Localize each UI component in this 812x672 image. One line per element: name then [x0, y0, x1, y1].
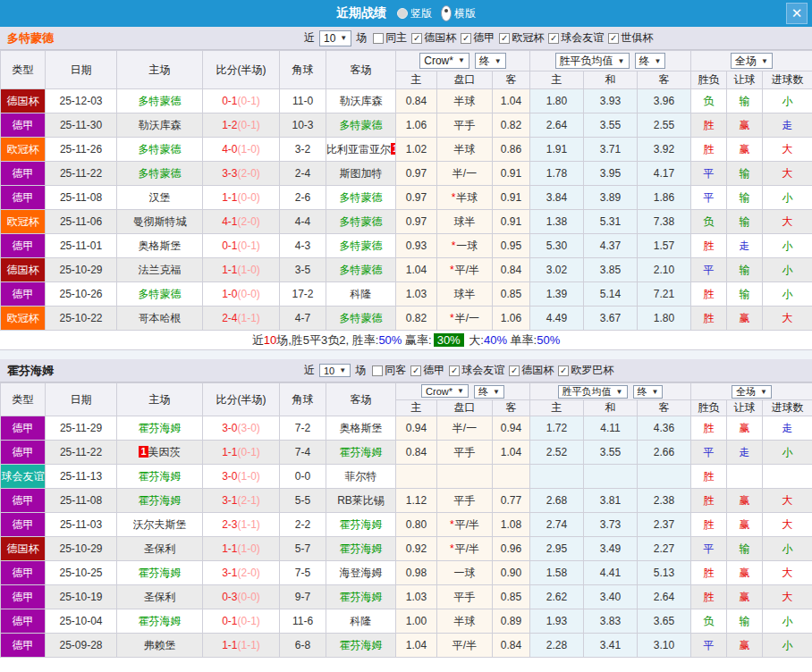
- avg-type-select[interactable]: 胜平负均值▼: [555, 53, 630, 69]
- away-team-name[interactable]: 科隆: [351, 288, 372, 300]
- home-team-name[interactable]: 霍芬海姆: [139, 494, 182, 507]
- home-team-name[interactable]: 多特蒙德: [139, 167, 182, 180]
- away-team-name[interactable]: 霍芬海姆: [340, 518, 383, 531]
- away-team-name[interactable]: 奥格斯堡: [340, 422, 383, 434]
- league-filter-checkbox[interactable]: ✓德国杯: [411, 30, 456, 46]
- matches-count-select[interactable]: 10▼: [319, 30, 351, 46]
- away-team-name[interactable]: 多特蒙德: [340, 239, 383, 252]
- league-filter-checkbox[interactable]: ✓球会友谊: [449, 363, 504, 378]
- result-outcome: 平: [691, 162, 727, 186]
- home-team-name[interactable]: 多特蒙德: [139, 288, 182, 300]
- home-team-name[interactable]: 汉堡: [149, 191, 171, 204]
- result-handicap: 赢: [727, 138, 763, 162]
- home-team-name[interactable]: 霍芬海姆: [139, 615, 182, 627]
- away-team-name[interactable]: 菲尔特: [345, 470, 377, 483]
- home-team-name[interactable]: 圣保利: [144, 591, 176, 603]
- home-team-name[interactable]: 哥本哈根: [139, 312, 182, 324]
- home-team-name[interactable]: 法兰克福: [139, 264, 182, 276]
- away-team-name[interactable]: 科隆: [351, 615, 372, 627]
- odds-stage-select[interactable]: 终▼: [474, 385, 504, 399]
- league-filter-checkbox-box[interactable]: ✓: [499, 33, 510, 44]
- matches-count-select[interactable]: 10▼: [319, 364, 351, 377]
- away-team-name[interactable]: 霍芬海姆: [340, 446, 383, 458]
- away-team-name[interactable]: 霍芬海姆: [340, 542, 383, 555]
- score-cell: 1-1(1-1): [203, 634, 280, 658]
- odds-source-select[interactable]: Crow*▼: [419, 53, 469, 69]
- home-team-name[interactable]: 沃尔夫斯堡: [133, 518, 187, 531]
- home-team-name[interactable]: 霍芬海姆: [139, 422, 182, 434]
- close-button[interactable]: ✕: [786, 3, 808, 24]
- match-row: 欧冠杯25-11-06曼彻斯特城4-1(2-0)4-4多特蒙德0.97球半0.9…: [1, 210, 812, 234]
- league-filter-checkbox[interactable]: ✓欧冠杯: [499, 30, 544, 46]
- home-team-name[interactable]: 霍芬海姆: [139, 470, 182, 483]
- league-filter-checkbox-box[interactable]: ✓: [548, 33, 559, 44]
- away-team-name[interactable]: 霍芬海姆: [340, 591, 383, 603]
- same-venue-checkbox-box[interactable]: [373, 33, 384, 44]
- avg-home-odds: 1.58: [530, 561, 584, 585]
- column-header-corner: 角球: [280, 51, 326, 89]
- away-team-name[interactable]: RB莱比锡: [337, 494, 385, 507]
- avg-draw-odds: 3.49: [584, 537, 638, 561]
- match-date: 25-11-13: [46, 465, 117, 489]
- away-team-name[interactable]: 多特蒙德: [340, 191, 383, 204]
- league-filter-checkbox[interactable]: ✓球会友谊: [548, 30, 604, 46]
- home-team-name[interactable]: 曼彻斯特城: [133, 215, 187, 228]
- league-filter-checkbox-box[interactable]: ✓: [608, 33, 619, 44]
- away-team-name[interactable]: 勒沃库森: [340, 95, 383, 107]
- layout-radio-vertical[interactable]: 竖版: [397, 6, 432, 21]
- avg-stage-select[interactable]: 终▼: [635, 53, 666, 69]
- league-filter-checkbox[interactable]: ✓德甲: [410, 363, 444, 378]
- avg-home-odds: 2.52: [530, 441, 584, 465]
- sections-container: 多特蒙德近10▼场同主✓德国杯✓德甲✓欧冠杯✓球会友谊✓世俱杯类型日期主场比分(…: [0, 27, 812, 658]
- away-team-name[interactable]: 多特蒙德: [340, 312, 383, 324]
- home-team-name[interactable]: 弗赖堡: [144, 639, 176, 651]
- away-team-name[interactable]: 海登海姆: [340, 567, 383, 579]
- league-filter-checkbox-box[interactable]: ✓: [411, 33, 422, 44]
- league-filter-checkbox[interactable]: ✓德国杯: [509, 363, 554, 378]
- league-filter-checkbox[interactable]: ✓欧罗巴杯: [558, 363, 613, 378]
- league-filter-checkbox-box[interactable]: ✓: [509, 365, 520, 376]
- league-filter-checkbox-box[interactable]: ✓: [410, 365, 421, 376]
- league-filter-checkbox[interactable]: ✓德甲: [461, 30, 495, 46]
- radio-icon[interactable]: [397, 8, 408, 19]
- avg-type-select[interactable]: 胜平负均值▼: [558, 385, 628, 399]
- away-team-name[interactable]: 多特蒙德: [340, 119, 383, 131]
- avg-stage-select[interactable]: 终▼: [633, 385, 664, 399]
- result-outcome-text: 平: [704, 542, 715, 555]
- home-team-name[interactable]: 勒沃库森: [139, 119, 182, 131]
- odds-source-select[interactable]: Crow*▼: [421, 384, 469, 398]
- layout-radio-horizontal[interactable]: 横版: [441, 5, 476, 21]
- result-goals-text: 大: [782, 215, 793, 228]
- avg-away-odds: 2.66: [638, 441, 691, 465]
- away-team-name[interactable]: 多特蒙德: [340, 264, 383, 276]
- result-goals-text: 小: [782, 191, 793, 204]
- away-team-name[interactable]: 斯图加特: [340, 167, 383, 180]
- home-team-name[interactable]: 美因茨: [148, 446, 181, 458]
- away-team-name[interactable]: 比利亚雷亚尔: [326, 143, 391, 155]
- home-team-name[interactable]: 多特蒙德: [139, 143, 182, 155]
- avg-draw-odds: 3.81: [584, 489, 638, 513]
- same-venue-checkbox[interactable]: 同主: [373, 30, 407, 46]
- home-team-name[interactable]: 霍芬海姆: [139, 567, 182, 579]
- league-filter-checkbox-box[interactable]: ✓: [449, 365, 460, 376]
- handicap-cell: 平手: [437, 489, 493, 513]
- result-handicap-text: 赢: [740, 422, 750, 434]
- home-team-name[interactable]: 圣保利: [144, 542, 176, 555]
- home-team-name[interactable]: 多特蒙德: [139, 95, 182, 107]
- league-filter-checkbox-box[interactable]: ✓: [461, 33, 471, 44]
- same-venue-checkbox-box[interactable]: [372, 365, 383, 376]
- away-team-name[interactable]: 霍芬海姆: [340, 639, 383, 651]
- scope-select[interactable]: 全场▼: [732, 385, 772, 399]
- home-team-cell: 霍芬海姆: [117, 416, 203, 441]
- same-venue-checkbox[interactable]: 同客: [372, 363, 406, 378]
- league-filter-checkbox-box[interactable]: ✓: [558, 365, 569, 376]
- radio-icon[interactable]: [441, 5, 452, 21]
- odds-stage-select[interactable]: 终▼: [475, 53, 506, 69]
- away-team-name[interactable]: 多特蒙德: [340, 215, 383, 228]
- league-filter-checkbox[interactable]: ✓世俱杯: [608, 30, 653, 46]
- result-outcome-text: 平: [704, 639, 715, 651]
- fulltime-score: 1-0: [222, 288, 237, 300]
- subheader-odds-2: 客: [493, 400, 530, 416]
- home-team-name[interactable]: 奥格斯堡: [139, 239, 182, 252]
- scope-select[interactable]: 全场▼: [731, 53, 773, 69]
